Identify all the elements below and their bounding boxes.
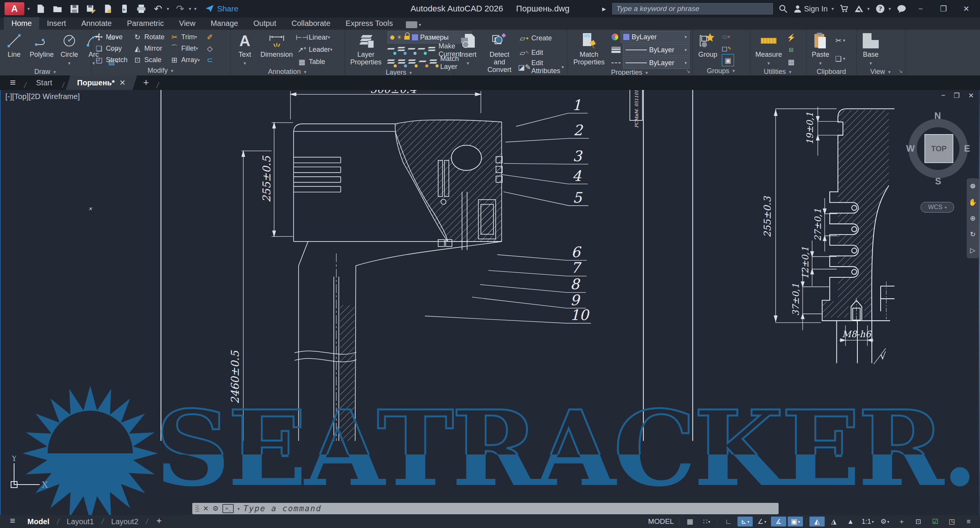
dimension-button[interactable]: Dimension (258, 31, 295, 68)
layer-lock-button[interactable] (418, 46, 426, 54)
array-button[interactable]: ⊞Array▾ (170, 54, 200, 66)
tab-layout2[interactable]: Layout2 (106, 517, 144, 526)
command-close-icon[interactable]: ✕ (203, 504, 209, 513)
annotation-scale-button[interactable]: ▲ (843, 517, 858, 526)
annotation-visibility-toggle[interactable]: ◭ (809, 517, 825, 526)
ribbon-tab-output[interactable]: Output (246, 17, 284, 30)
save-icon[interactable] (69, 4, 80, 14)
table-button[interactable]: ▦Table (297, 56, 332, 67)
layer-unisolate-button[interactable] (398, 59, 407, 67)
annotation-monitor-button[interactable]: ＋ (894, 517, 909, 526)
layout-menu-icon[interactable]: ≡ (0, 515, 22, 528)
measure-button[interactable]: Measure▼ (753, 31, 784, 68)
orbit-icon[interactable]: ↻ (970, 230, 975, 238)
copy-clip-button[interactable]: ❏▾ (834, 53, 845, 64)
ribbon-tab-manage[interactable]: Manage (203, 17, 246, 30)
detect-convert-button[interactable]: Detect and Convert (483, 31, 516, 74)
lineweight-select[interactable]: ByLayer▾ (623, 44, 690, 56)
open-folder-icon[interactable] (52, 4, 63, 14)
ribbon-tab-annotate[interactable]: Annotate (73, 17, 119, 30)
snap-mode-toggle[interactable]: ∷▾ (699, 517, 714, 526)
viewport-minimize-icon[interactable]: − (941, 91, 945, 100)
edit-block-button[interactable]: ▱✎Edit (520, 47, 564, 58)
viewport-controls-label[interactable]: [-][Top][2D Wireframe] (5, 92, 80, 101)
object-snap-tracking-toggle[interactable]: ∡ (771, 517, 786, 526)
redo-icon[interactable]: ↷ (174, 4, 186, 14)
open-from-mobile-icon[interactable] (119, 4, 130, 14)
file-tabs-menu-icon[interactable]: ≡ (0, 77, 22, 90)
circle-button[interactable]: Circle▼ (58, 31, 80, 68)
fillet-button[interactable]: ⌒Fillet▾ (170, 43, 200, 54)
pan-hand-icon[interactable]: ✋ (969, 198, 977, 206)
erase-button[interactable]: ✐ (205, 31, 214, 43)
file-tab-drawing[interactable]: Поршень* ✕ (66, 75, 137, 90)
command-recent-caret-icon[interactable]: ▾ (238, 507, 239, 511)
line-button[interactable]: Line (3, 31, 25, 68)
view-launcher-icon[interactable]: ↘ (899, 68, 903, 74)
scale-button[interactable]: ⊡Scale (133, 54, 164, 66)
search-input[interactable]: Type a keyword or phrase (612, 3, 773, 14)
layer-isolate-button[interactable] (398, 46, 406, 54)
ortho-mode-toggle[interactable]: ∟ (721, 517, 736, 526)
annotation-scale-value[interactable]: 1:1▾ (860, 517, 876, 526)
window-close-button[interactable]: ✕ (958, 4, 975, 13)
quick-calculator-button[interactable]: ▦ (787, 56, 796, 67)
rotate-button[interactable]: ↻Rotate (133, 31, 164, 43)
leader-button[interactable]: ↗°Leader▾ (297, 44, 332, 55)
panel-title-modify[interactable]: Modify▼ (91, 66, 230, 75)
panel-title-view[interactable]: View▼ (857, 68, 905, 76)
mirror-button[interactable]: ◭Mirror (133, 43, 164, 54)
trim-button[interactable]: ✂Trim▾ (170, 31, 200, 43)
quick-select-button[interactable]: ⚡ (787, 32, 796, 43)
viewcube-top-face[interactable]: TOP (924, 134, 953, 163)
object-snap-toggle[interactable]: ▣▾ (788, 517, 803, 526)
ribbon-tab-home[interactable]: Home (4, 17, 39, 30)
object-color-select[interactable]: ByLayer▾ (621, 31, 690, 43)
match-properties-button[interactable]: Match Properties (570, 31, 608, 69)
zoom-extents-icon[interactable]: ⊕ (970, 214, 975, 222)
window-minimize-button[interactable]: − (912, 5, 929, 13)
save-to-mobile-icon[interactable] (102, 4, 113, 14)
autocad-app-icon[interactable]: A (5, 2, 24, 15)
customization-button[interactable]: ≡ (961, 517, 976, 526)
viewcube[interactable]: N W E S TOP (908, 110, 969, 187)
panel-title-groups[interactable]: Groups▼ (693, 66, 750, 75)
search-expand-icon[interactable]: ▸ (602, 4, 606, 13)
isometric-drafting-toggle[interactable]: ∠▾ (754, 517, 769, 526)
create-block-button[interactable]: ▱✦Create (520, 33, 564, 44)
tab-layout1[interactable]: Layout1 (61, 517, 99, 526)
save-as-icon[interactable] (85, 4, 97, 14)
workspace-switching-button[interactable]: ⚙▾ (877, 517, 892, 526)
undo-icon[interactable]: ↶ (152, 4, 164, 14)
ribbon-tab-parametric[interactable]: Parametric (119, 17, 171, 30)
layer-freeze-button[interactable] (408, 46, 416, 54)
panel-title-draw[interactable]: Draw▼ (0, 68, 91, 76)
full-navigation-wheel-icon[interactable]: ☸ (970, 182, 976, 190)
new-layout-button[interactable]: + (150, 515, 168, 528)
layer-on-button[interactable] (388, 59, 396, 67)
undo-caret-icon[interactable]: ▾ (167, 6, 169, 11)
layer-off-button[interactable] (388, 46, 396, 54)
clean-screen-button[interactable]: ◳ (944, 517, 959, 526)
account-caret-icon[interactable]: ▾ (832, 6, 834, 11)
viewcube-north[interactable]: N (934, 110, 941, 121)
viewcube-east[interactable]: E (964, 143, 970, 154)
paste-button[interactable]: Paste▼ (809, 31, 832, 68)
viewcube-west[interactable]: W (906, 143, 915, 154)
command-input[interactable]: Type a command (243, 504, 776, 513)
command-line-bar[interactable]: ✕ ⚙ >_ ▾ Type a command (192, 503, 779, 514)
copy-button[interactable]: ❏Copy (94, 43, 128, 54)
customize-qat-caret-icon[interactable]: ▾ (194, 6, 196, 11)
tab-model[interactable]: Model (22, 517, 55, 526)
layer-unlock-button[interactable] (419, 59, 428, 67)
file-tab-close-icon[interactable]: ✕ (119, 78, 126, 87)
command-line-grip[interactable] (195, 505, 199, 512)
isolate-objects-button[interactable]: ⊡ (911, 517, 926, 526)
panel-title-annotation[interactable]: Annotation▼ (231, 68, 345, 76)
move-button[interactable]: Move (94, 31, 128, 43)
viewcube-south[interactable]: S (935, 176, 941, 187)
new-file-icon[interactable] (35, 4, 46, 14)
app-menu-caret-icon[interactable]: ▾ (27, 6, 30, 11)
wcs-dropdown[interactable]: WCS ▾ (921, 202, 954, 213)
command-customize-wrench-icon[interactable]: ⚙ (212, 504, 219, 513)
